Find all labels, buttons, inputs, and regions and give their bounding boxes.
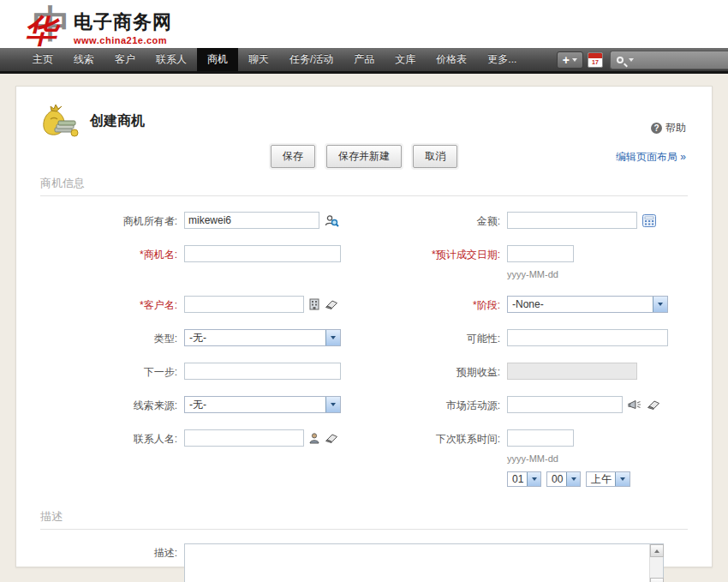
owner-label: 商机所有者: <box>40 212 177 229</box>
help-label: 帮助 <box>665 121 686 135</box>
ampm-select[interactable]: 上午 <box>586 471 630 487</box>
next-step-field[interactable] <box>184 363 341 380</box>
minute-select[interactable]: 00 <box>546 471 581 487</box>
stage-select[interactable]: -None- <box>507 296 668 313</box>
chevron-down-icon <box>629 58 634 62</box>
section-opportunity-info: 商机信息 <box>40 176 688 196</box>
nav-item-accounts[interactable]: 客户 <box>104 48 146 71</box>
contact-icon[interactable] <box>309 433 319 444</box>
edit-page-layout-link[interactable]: 编辑页面布局 » <box>616 150 686 165</box>
cancel-button[interactable]: 取消 <box>413 145 457 168</box>
eraser-icon[interactable] <box>325 433 338 443</box>
minute-selected-value: 00 <box>552 473 563 485</box>
page-title: 创建商机 <box>90 112 145 130</box>
next-contact-date-label: 下次联系时间: <box>372 429 500 447</box>
type-select[interactable]: -无- <box>184 329 341 346</box>
global-search-bar[interactable] <box>610 51 728 69</box>
expected-revenue-field <box>507 363 637 380</box>
nav-item-contacts[interactable]: 联系人 <box>146 48 197 71</box>
create-opportunity-card: 创建商机 ? 帮助 保存 保存并新建 取消 编辑页面布局 » 商机信息 商机所有… <box>15 86 713 567</box>
plus-icon: + <box>563 54 570 66</box>
next-contact-format-hint: yyyy-MM-dd <box>507 453 688 464</box>
nav-item-tasks[interactable]: 任务/活动 <box>279 48 343 71</box>
contact-name-field[interactable] <box>184 429 304 447</box>
ampm-selected-value: 上午 <box>591 472 612 487</box>
save-button[interactable]: 保存 <box>271 145 315 168</box>
help-link[interactable]: ? 帮助 <box>651 121 686 135</box>
amount-label: 金额: <box>372 212 500 229</box>
type-label: 类型: <box>40 329 177 346</box>
money-bag-icon <box>40 102 80 140</box>
amount-field[interactable] <box>507 212 637 229</box>
close-date-field[interactable] <box>507 245 574 262</box>
contact-name-label: 联系人名: <box>40 429 177 447</box>
save-and-new-button[interactable]: 保存并新建 <box>326 145 402 168</box>
site-url: www.china21e.com <box>74 35 172 45</box>
eraser-icon[interactable] <box>325 299 338 309</box>
scroll-down-button[interactable] <box>650 578 664 582</box>
nav-item-home[interactable]: 主页 <box>22 48 63 71</box>
logo-char-front: 华 <box>24 9 57 53</box>
user-lookup-icon[interactable] <box>325 214 339 227</box>
scroll-up-button[interactable] <box>650 544 664 557</box>
opportunity-name-field[interactable] <box>184 245 341 262</box>
textarea-scrollbar[interactable] <box>649 544 663 582</box>
description-label: 描述: <box>40 543 177 561</box>
site-header: 中 华 电子商务网 www.china21e.com <box>0 0 728 48</box>
nav-item-pricebooks[interactable]: 价格表 <box>426 48 477 71</box>
chevron-down-icon <box>615 472 630 486</box>
stage-selected-value: -None- <box>512 298 544 310</box>
nav-item-chat[interactable]: 聊天 <box>238 48 279 71</box>
nav-item-products[interactable]: 产品 <box>343 48 385 71</box>
opportunity-name-label: *商机名: <box>40 245 177 262</box>
description-textarea-wrap <box>184 543 664 582</box>
probability-label: 可能性: <box>372 329 500 346</box>
account-name-label: *客户名: <box>40 296 177 313</box>
site-logo: 中 华 电子商务网 www.china21e.com <box>22 3 172 45</box>
quick-create-button[interactable]: + <box>557 51 583 69</box>
section-description: 描述 <box>40 509 688 530</box>
account-name-field[interactable] <box>184 296 304 313</box>
campaign-source-field[interactable] <box>507 396 623 413</box>
lead-source-select[interactable]: -无- <box>184 396 341 413</box>
hour-selected-value: 01 <box>512 473 523 485</box>
calendar-day: 17 <box>588 58 602 67</box>
help-icon: ? <box>651 123 662 134</box>
description-textarea[interactable] <box>185 544 663 582</box>
expected-revenue-label: 预期收益: <box>372 363 500 380</box>
next-step-label: 下一步: <box>40 363 177 380</box>
search-icon <box>617 57 624 63</box>
nav-item-documents[interactable]: 文库 <box>385 48 426 71</box>
nav-item-opportunities[interactable]: 商机 <box>197 48 238 71</box>
triangle-up-icon <box>654 549 659 553</box>
chevron-down-icon <box>527 472 540 486</box>
chevron-down-icon <box>572 58 577 62</box>
close-date-format-hint: yyyy-MM-dd <box>507 269 688 279</box>
next-contact-date-field[interactable] <box>507 429 574 447</box>
eraser-icon[interactable] <box>647 399 660 410</box>
chevron-down-icon <box>653 297 667 312</box>
nav-item-leads[interactable]: 线索 <box>63 48 104 71</box>
logo-mark-icon: 中 华 <box>22 3 74 45</box>
probability-field[interactable] <box>507 329 668 346</box>
nav-item-more[interactable]: 更多... <box>477 48 527 71</box>
lead-source-selected-value: -无- <box>189 398 206 412</box>
main-navbar: 主页 线索 客户 联系人 商机 聊天 任务/活动 产品 文库 价格表 更多...… <box>0 48 728 74</box>
chevron-down-icon <box>325 330 340 345</box>
calculator-icon[interactable] <box>642 214 656 227</box>
stage-label: *阶段: <box>372 296 500 313</box>
lead-source-label: 线索来源: <box>40 396 177 413</box>
hour-select[interactable]: 01 <box>507 471 541 487</box>
chevron-down-icon <box>566 472 580 486</box>
site-name: 电子商务网 <box>74 9 172 35</box>
organization-icon[interactable] <box>309 298 319 310</box>
calendar-button[interactable]: 17 <box>588 52 603 68</box>
campaign-icon[interactable] <box>628 399 641 411</box>
close-date-label: *预计成交日期: <box>372 245 500 262</box>
chevron-down-icon <box>325 397 340 412</box>
owner-field[interactable] <box>184 212 319 229</box>
campaign-source-label: 市场活动源: <box>372 396 500 413</box>
type-selected-value: -无- <box>189 331 206 345</box>
